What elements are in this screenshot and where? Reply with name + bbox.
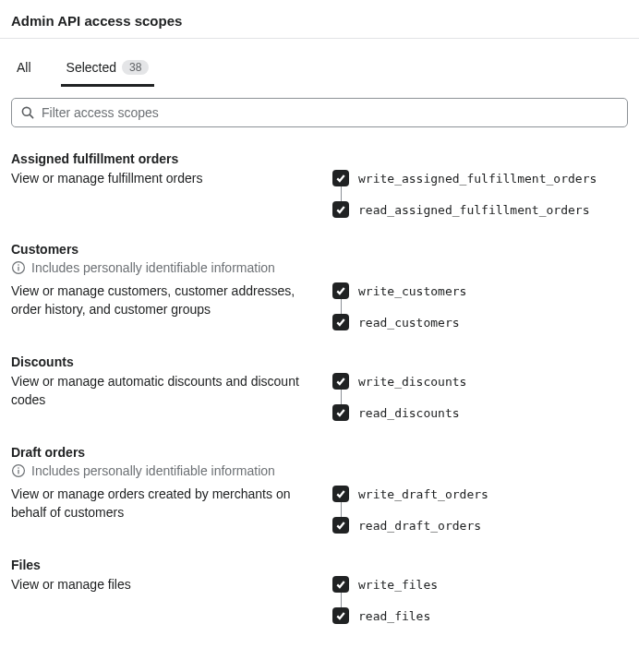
section-description: View or manage orders created by merchan… <box>11 486 316 522</box>
pii-text: Includes personally identifiable informa… <box>31 463 275 478</box>
scope-item: write_files <box>332 576 438 593</box>
scope-name: write_draft_orders <box>358 487 488 501</box>
section-description: View or manage automatic discounts and d… <box>11 373 316 409</box>
scope-item: read_draft_orders <box>332 517 488 534</box>
scopes-list: write_filesread_files <box>327 576 438 624</box>
search-field <box>11 98 628 127</box>
scope-item: write_assigned_fulfillment_orders <box>332 170 597 186</box>
scope-name: write_assigned_fulfillment_orders <box>358 172 597 186</box>
section: FilesView or manage fileswrite_filesread… <box>11 541 628 631</box>
sections-container: Assigned fulfillment ordersView or manag… <box>0 135 639 631</box>
tab-selected[interactable]: Selected 38 <box>61 53 155 87</box>
section-title: Draft orders <box>11 445 628 460</box>
scope-name: read_files <box>358 609 430 623</box>
pii-note: Includes personally identifiable informa… <box>11 260 628 275</box>
scope-name: write_customers <box>358 284 466 298</box>
scopes-list: write_discountsread_discounts <box>327 373 466 421</box>
scope-checkbox[interactable] <box>332 607 349 624</box>
scope-name: write_discounts <box>358 375 466 389</box>
header: Admin API access scopes <box>0 0 639 39</box>
section-description: View or manage fulfillment orders <box>11 170 316 188</box>
scopes-list: write_customersread_customers <box>327 282 466 330</box>
search-icon <box>20 105 35 120</box>
scope-name: write_files <box>358 578 438 592</box>
svg-point-6 <box>18 467 19 469</box>
scope-item: write_draft_orders <box>332 486 488 502</box>
scope-checkbox[interactable] <box>332 282 349 299</box>
pii-note: Includes personally identifiable informa… <box>11 463 628 478</box>
svg-line-1 <box>30 114 32 117</box>
section-row: View or manage customers, customer addre… <box>11 282 628 330</box>
info-icon <box>11 463 26 478</box>
scope-item: read_assigned_fulfillment_orders <box>332 201 597 218</box>
section: Draft ordersIncludes personally identifi… <box>11 428 628 541</box>
scope-item: read_discounts <box>332 404 466 421</box>
search-input[interactable] <box>11 98 628 127</box>
section: Assigned fulfillment ordersView or manag… <box>11 135 628 225</box>
selected-count-badge: 38 <box>122 60 149 75</box>
section-description: View or manage files <box>11 576 316 594</box>
page-title: Admin API access scopes <box>11 13 628 29</box>
section-description: View or manage customers, customer addre… <box>11 282 316 318</box>
scope-checkbox[interactable] <box>332 170 349 186</box>
scope-name: read_discounts <box>358 406 460 420</box>
search-wrap <box>0 87 639 135</box>
svg-rect-4 <box>18 267 18 271</box>
section-title: Files <box>11 558 628 572</box>
section-title: Assigned fulfillment orders <box>11 151 628 166</box>
section-title: Discounts <box>11 354 628 369</box>
section: DiscountsView or manage automatic discou… <box>11 338 628 428</box>
scope-name: read_draft_orders <box>358 519 481 533</box>
tab-all[interactable]: All <box>11 53 37 87</box>
scope-checkbox[interactable] <box>332 576 349 593</box>
scope-item: read_customers <box>332 314 466 330</box>
section-title: Customers <box>11 242 628 257</box>
scope-name: read_customers <box>358 316 460 330</box>
info-icon <box>11 260 26 275</box>
scope-checkbox[interactable] <box>332 404 349 421</box>
scope-checkbox[interactable] <box>332 373 349 390</box>
scope-item: write_customers <box>332 282 466 299</box>
tabs: All Selected 38 <box>0 52 639 87</box>
pii-text: Includes personally identifiable informa… <box>31 260 275 275</box>
scope-checkbox[interactable] <box>332 486 349 502</box>
svg-point-3 <box>18 264 19 266</box>
tab-label: All <box>17 60 31 75</box>
scopes-list: write_draft_ordersread_draft_orders <box>327 486 488 534</box>
scope-checkbox[interactable] <box>332 517 349 534</box>
section-row: View or manage orders created by merchan… <box>11 486 628 534</box>
tab-label: Selected <box>66 60 116 75</box>
scope-item: read_files <box>332 607 438 624</box>
scopes-list: write_assigned_fulfillment_ordersread_as… <box>327 170 597 218</box>
scope-checkbox[interactable] <box>332 314 349 330</box>
section: CustomersIncludes personally identifiabl… <box>11 225 628 338</box>
scope-name: read_assigned_fulfillment_orders <box>358 203 589 217</box>
section-row: View or manage fulfillment orderswrite_a… <box>11 170 628 218</box>
section-row: View or manage automatic discounts and d… <box>11 373 628 421</box>
svg-rect-7 <box>18 470 18 474</box>
scope-item: write_discounts <box>332 373 466 390</box>
scope-checkbox[interactable] <box>332 201 349 218</box>
section-row: View or manage fileswrite_filesread_file… <box>11 576 628 624</box>
